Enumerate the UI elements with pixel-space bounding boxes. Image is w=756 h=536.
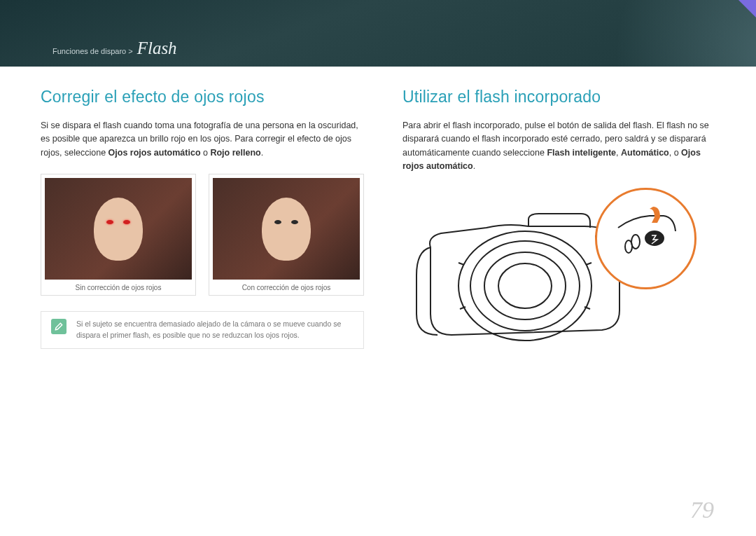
flash-button-callout <box>595 188 696 289</box>
heading-red-eye: Corregir el efecto de ojos rojos <box>41 88 364 106</box>
svg-point-0 <box>458 231 592 341</box>
camera-illustration <box>402 184 710 352</box>
text-span: . <box>261 148 263 158</box>
content-area: Corregir el efecto de ojos rojos Si se d… <box>0 67 756 352</box>
right-column: Utilizar el flash incorporado Para abrir… <box>402 88 715 352</box>
face-icon <box>94 198 143 261</box>
page-number: 79 <box>690 497 714 523</box>
text-span: , o <box>669 148 681 158</box>
face-icon <box>262 198 311 261</box>
thumb-without-correction: Sin corrección de ojos rojos <box>41 174 196 296</box>
photo-corrected <box>213 178 360 280</box>
bold-option-2: Automático <box>621 148 669 158</box>
svg-line-6 <box>586 263 592 265</box>
breadcrumb-prefix: Funciones de disparo > <box>52 47 133 55</box>
page-header: Funciones de disparo > Flash <box>0 0 756 67</box>
bold-option-1: Ojos rojos automático <box>108 148 201 158</box>
left-column: Corregir el efecto de ojos rojos Si se d… <box>41 88 364 352</box>
bold-option-1: Flash inteligente <box>547 148 616 158</box>
breadcrumb-main: Flash <box>137 39 177 58</box>
right-paragraph: Para abrir el flash incorporado, pulse e… <box>402 119 715 174</box>
note-pen-icon <box>51 319 66 334</box>
thumb-with-correction: Con corrección de ojos rojos <box>209 174 364 296</box>
photo-red-eye <box>45 178 192 280</box>
svg-point-12 <box>625 240 632 253</box>
left-paragraph: Si se dispara el flash cuando toma una f… <box>41 119 364 160</box>
note-text: Si el sujeto se encuentra demasiado alej… <box>76 319 354 341</box>
svg-point-2 <box>484 252 566 319</box>
svg-line-4 <box>458 263 464 265</box>
text-span: . <box>473 161 475 171</box>
svg-point-1 <box>470 241 580 331</box>
flash-button-detail-icon <box>611 203 681 273</box>
note-box: Si el sujeto se encuentra demasiado alej… <box>41 311 364 349</box>
text-span: o <box>201 148 211 158</box>
caption-b: Con corrección de ojos rojos <box>213 280 360 291</box>
bold-option-2: Rojo relleno <box>210 148 260 158</box>
thumbnail-row: Sin corrección de ojos rojos Con correcc… <box>41 174 364 296</box>
caption-a: Sin corrección de ojos rojos <box>45 280 192 291</box>
breadcrumb: Funciones de disparo > Flash <box>52 39 756 58</box>
heading-builtin-flash: Utilizar el flash incorporado <box>402 88 715 106</box>
text-span: , <box>616 148 621 158</box>
svg-point-3 <box>498 263 552 308</box>
